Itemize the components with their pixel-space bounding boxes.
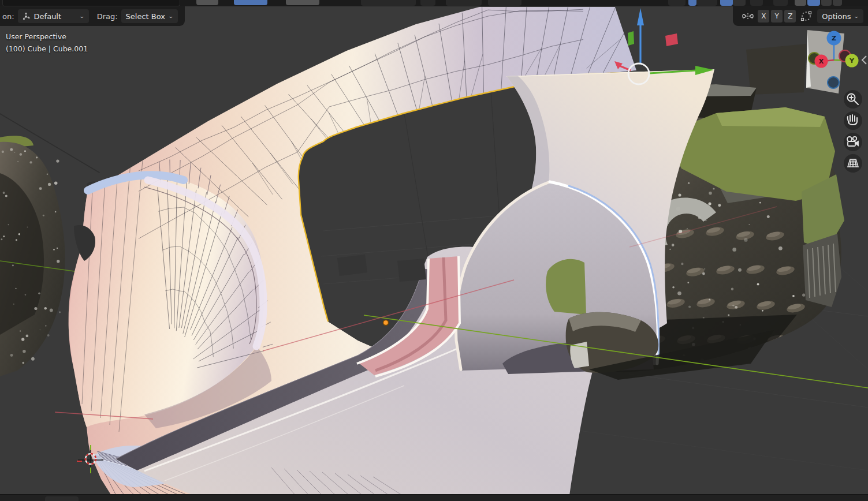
drag-dropdown[interactable]: Select Box ⌄ [121,9,178,23]
zoom-button[interactable] [844,90,862,109]
nav-y-label: Y [849,57,855,65]
view-perspective-label: User Perspective [6,31,88,43]
proportional-editing-icon[interactable] [800,10,813,22]
blender-window: X Y Z [0,0,868,501]
viewport-3d[interactable]: X Y Z [0,0,868,501]
transform-orientation-icon [23,12,31,20]
mirror-x-toggle[interactable]: X [758,10,769,23]
mirror-icon [742,12,754,21]
nav-x-label: X [819,58,824,65]
bottom-editor-strip [0,494,868,501]
orientation-label: on: [2,12,14,21]
mode-button[interactable] [286,0,319,5]
camera-view-button[interactable] [844,133,862,151]
pan-button[interactable] [844,111,862,130]
viewport-text-overlay: User Perspective (100) Cube | Cube.001 [6,31,88,55]
mode-button-active[interactable] [234,0,267,5]
drag-label: Drag: [97,12,118,21]
tool-settings-right: X Y Z Options ⌄ [733,6,868,26]
mirror-y-toggle[interactable]: Y [771,10,783,23]
tool-settings-left: on: Default ⌄ Drag: Select Box ⌄ [0,6,185,26]
nav-axis-neg-z[interactable] [828,77,839,88]
options-label: Options [822,12,851,21]
active-object-label: (100) Cube | Cube.001 [6,43,88,55]
chevron-down-icon: ⌄ [167,13,174,19]
mirror-z-toggle[interactable]: Z [784,10,796,23]
orthographic-button[interactable] [844,154,862,173]
orientation-dropdown[interactable]: Default ⌄ [18,9,89,23]
top-toolbar-partial [0,0,868,6]
orientation-value: Default [34,12,62,21]
nav-z-label: Z [832,35,836,42]
object-origin-dot[interactable] [383,320,389,326]
chevron-down-icon: ⌄ [79,13,85,19]
drag-value: Select Box [126,12,165,21]
chevron-down-icon: ⌄ [854,13,860,19]
mode-button[interactable] [196,0,218,5]
options-dropdown[interactable]: Options ⌄ [817,9,863,23]
